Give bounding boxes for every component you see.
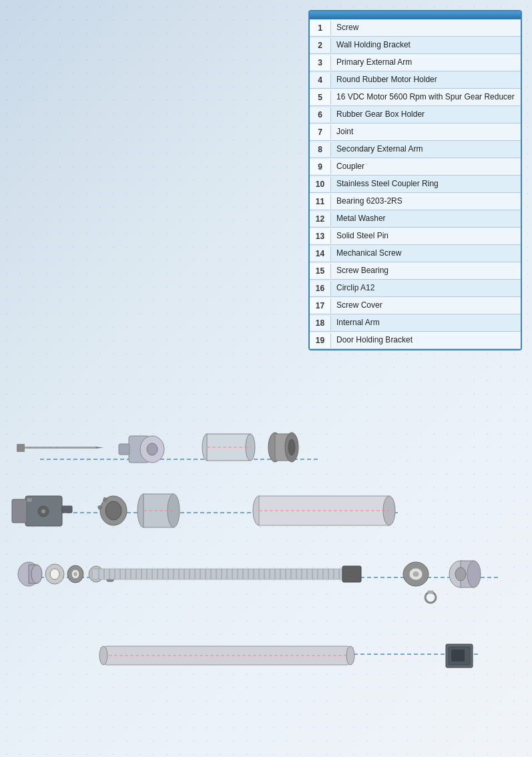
table-row: 6Rubber Gear Box Holder — [310, 106, 521, 123]
part-number: 1 — [310, 21, 331, 35]
svg-rect-108 — [428, 591, 433, 593]
svg-point-44 — [31, 565, 42, 583]
svg-rect-5 — [17, 444, 25, 452]
svg-marker-6 — [95, 447, 103, 449]
table-row: 8Secondary External Arm — [310, 141, 521, 158]
svg-rect-26 — [62, 506, 72, 513]
table-row: 13Solid Steel Pin — [310, 228, 521, 245]
part-number: 16 — [310, 281, 331, 296]
table-title — [310, 11, 521, 19]
table-row: 516 VDC Motor 5600 Rpm with Spur Gear Re… — [310, 89, 521, 106]
table-row: 12Metal Washer — [310, 210, 521, 228]
part-number: 17 — [310, 298, 331, 313]
table-row: 2Wall Holding Bracket — [310, 37, 521, 54]
part-number: 10 — [310, 177, 331, 192]
part-name: Bearing 6203-2RS — [331, 194, 521, 210]
part-name: Joint — [331, 124, 521, 140]
table-row: 19Door Holding Bracket — [310, 332, 521, 349]
svg-point-115 — [99, 646, 107, 665]
part-name: Screw — [331, 20, 521, 36]
svg-rect-27 — [27, 498, 32, 502]
part-number: 8 — [310, 142, 331, 157]
part-name: 16 VDC Motor 5600 Rpm with Spur Gear Red… — [331, 89, 521, 105]
svg-point-116 — [346, 646, 354, 665]
table-row: 16Circlip A12 — [310, 280, 521, 297]
table-row: 14Mechanical Screw — [310, 245, 521, 262]
table-row: 17Screw Cover — [310, 297, 521, 314]
part-name: Primary External Arm — [331, 55, 521, 71]
svg-rect-119 — [451, 650, 465, 662]
svg-point-46 — [50, 569, 59, 579]
part-name: Wall Holding Bracket — [331, 37, 521, 53]
svg-point-106 — [413, 572, 419, 577]
svg-rect-15 — [119, 444, 129, 455]
svg-point-107 — [425, 592, 436, 603]
table-row: 1Screw — [310, 19, 521, 37]
part-number: 13 — [310, 229, 331, 244]
part-name: Screw Bearing — [331, 263, 521, 279]
part-number: 15 — [310, 264, 331, 278]
part-number: 2 — [310, 38, 331, 53]
part-name: Circlip A12 — [331, 280, 521, 296]
part-number: 19 — [310, 333, 331, 348]
table-row: 10Stainless Steel Coupler Ring — [310, 176, 521, 193]
part-number: 9 — [310, 160, 331, 174]
part-number: 18 — [310, 316, 331, 330]
part-name: Stainless Steel Coupler Ring — [331, 176, 521, 192]
part-number: 12 — [310, 212, 331, 226]
table-row: 4Round Rubber Motor Holder — [310, 71, 521, 89]
svg-point-111 — [467, 561, 481, 587]
svg-point-49 — [74, 573, 77, 576]
table-body: 1Screw2Wall Holding Bracket3Primary Exte… — [310, 19, 521, 349]
part-number: 6 — [310, 107, 331, 122]
part-name: Round Rubber Motor Holder — [331, 72, 521, 88]
part-number: 7 — [310, 125, 331, 140]
part-number: 5 — [310, 90, 331, 105]
svg-point-29 — [41, 509, 45, 513]
svg-point-14 — [147, 443, 158, 455]
part-name: Screw Cover — [331, 298, 521, 314]
svg-point-23 — [288, 439, 295, 455]
part-number: 3 — [310, 55, 331, 70]
table-row: 9Coupler — [310, 158, 521, 176]
table-row: 18Internal Arm — [310, 314, 521, 332]
part-name: Solid Steel Pin — [331, 228, 521, 244]
part-number: 4 — [310, 73, 331, 87]
svg-point-31 — [105, 501, 121, 520]
svg-rect-4 — [22, 447, 95, 449]
svg-rect-53 — [92, 569, 359, 579]
part-name: Internal Arm — [331, 315, 521, 331]
table-row: 7Joint — [310, 123, 521, 141]
parts-diagram: 1 2 3 4 5 6 7 8 9 10 — [0, 394, 532, 757]
table-row: 11Bearing 6203-2RS — [310, 193, 521, 210]
part-number: 11 — [310, 194, 331, 209]
parts-table: 1Screw2Wall Holding Bracket3Primary Exte… — [308, 10, 522, 350]
svg-rect-103 — [342, 566, 361, 582]
part-name: Secondary External Arm — [331, 142, 521, 158]
part-name: Door Holding Bracket — [331, 332, 521, 348]
part-name: Rubber Gear Box Holder — [331, 107, 521, 123]
table-row: 15Screw Bearing — [310, 262, 521, 280]
table-row: 3Primary External Arm — [310, 54, 521, 71]
svg-rect-25 — [12, 499, 27, 523]
part-name: Mechanical Screw — [331, 246, 521, 262]
part-name: Coupler — [331, 159, 521, 175]
part-name: Metal Washer — [331, 211, 521, 227]
part-number: 14 — [310, 246, 331, 261]
svg-point-112 — [455, 567, 466, 581]
